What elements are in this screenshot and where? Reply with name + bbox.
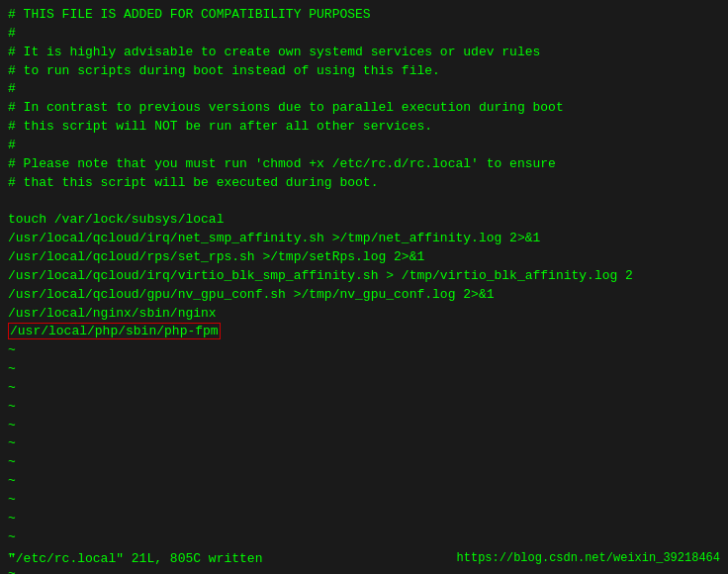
- line-8: #: [8, 137, 720, 155]
- tilde-6: ~: [8, 434, 720, 453]
- line-3: # It is highly advisable to create own s…: [8, 44, 720, 62]
- status-bar: "/etc/rc.local" 21L, 805C written https:…: [8, 551, 720, 566]
- tilde-2: ~: [8, 360, 720, 379]
- line-1: # THIS FILE IS ADDED FOR COMPATIBILITY P…: [8, 6, 720, 25]
- tilde-3: ~: [8, 379, 720, 398]
- line-9: # Please note that you must run 'chmod +…: [8, 155, 720, 174]
- tilde-10: ~: [8, 510, 720, 528]
- tilde-8: ~: [8, 472, 720, 491]
- line-12: touch /var/lock/subsys/local: [8, 211, 720, 230]
- terminal: # THIS FILE IS ADDED FOR COMPATIBILITY P…: [0, 0, 728, 574]
- tilde-7: ~: [8, 453, 720, 472]
- tilde-9: ~: [8, 491, 720, 510]
- line-5: #: [8, 80, 720, 99]
- line-18-highlighted: /usr/local/php/sbin/php-fpm: [8, 323, 720, 341]
- line-16: /usr/local/qcloud/gpu/nv_gpu_conf.sh >/t…: [8, 286, 720, 305]
- tilde-4: ~: [8, 398, 720, 417]
- line-6: # In contrast to previous versions due t…: [8, 99, 720, 118]
- line-13: /usr/local/qcloud/irq/net_smp_affinity.s…: [8, 230, 720, 248]
- tilde-1: ~: [8, 341, 720, 360]
- line-17: /usr/local/nginx/sbin/nginx: [8, 305, 720, 324]
- line-14: /usr/local/qcloud/rps/set_rps.sh >/tmp/s…: [8, 248, 720, 267]
- blog-url: https://blog.csdn.net/weixin_39218464: [457, 551, 720, 566]
- tilde-11: ~: [8, 528, 720, 547]
- tilde-5: ~: [8, 417, 720, 435]
- line-4: # to run scripts during boot instead of …: [8, 62, 720, 81]
- file-info: "/etc/rc.local" 21L, 805C written: [8, 551, 262, 566]
- line-2: #: [8, 25, 720, 44]
- tilde-13: ~: [8, 565, 720, 574]
- line-7: # this script will NOT be run after all …: [8, 118, 720, 137]
- line-10: # that this script will be executed duri…: [8, 174, 720, 193]
- line-15: /usr/local/qcloud/irq/virtio_blk_smp_aff…: [8, 267, 720, 286]
- line-11: [8, 192, 720, 211]
- highlighted-command: /usr/local/php/sbin/php-fpm: [8, 323, 221, 339]
